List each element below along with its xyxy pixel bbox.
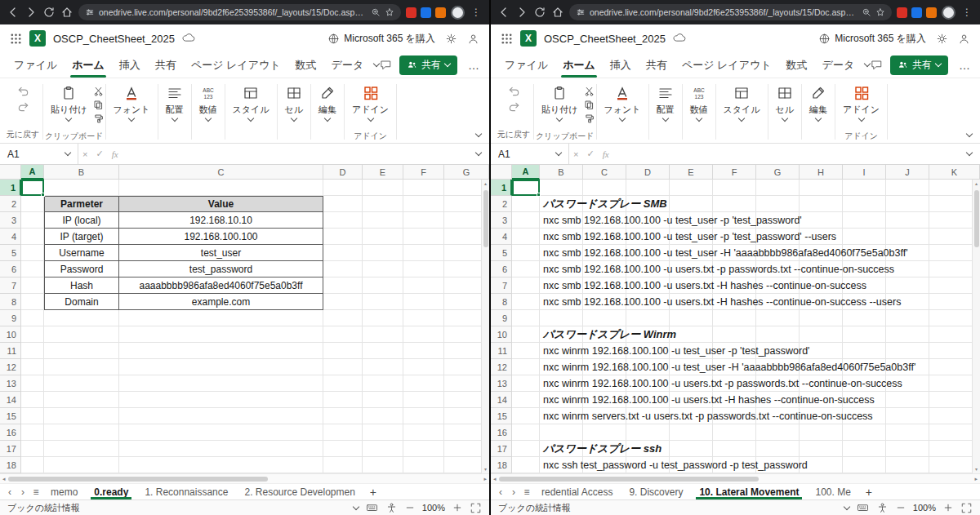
- cell-F10[interactable]: [713, 326, 756, 343]
- zoom-level[interactable]: 100%: [913, 503, 936, 513]
- formula-bar-expand-icon[interactable]: [475, 149, 482, 156]
- zoom-out-icon[interactable]: [896, 503, 906, 513]
- workbook-stats[interactable]: ブックの統計情報: [7, 502, 80, 514]
- buy-microsoft365-link[interactable]: Microsoft 365 を購入: [818, 32, 926, 46]
- cell-D4[interactable]: [323, 229, 363, 245]
- cell-E12[interactable]: [363, 359, 403, 375]
- extension-icon[interactable]: [926, 7, 937, 18]
- cell-B10[interactable]: [44, 326, 119, 343]
- profile-avatar[interactable]: [942, 6, 956, 20]
- cell-J14[interactable]: [886, 392, 929, 408]
- row-header-17[interactable]: 17: [0, 441, 21, 457]
- ribbon-button-セル[interactable]: セル: [770, 81, 800, 121]
- undo-icon[interactable]: [508, 85, 520, 97]
- cell-G2[interactable]: [756, 196, 800, 212]
- ribbon-button-フォント[interactable]: フォント: [599, 81, 647, 121]
- back-icon[interactable]: [7, 6, 20, 19]
- row-header-13[interactable]: 13: [491, 375, 512, 392]
- sheet-tab-9. Discovery[interactable]: 9. Discovery: [621, 484, 691, 499]
- cell-E15[interactable]: [363, 408, 403, 424]
- column-header-E[interactable]: E: [670, 165, 713, 180]
- cell-J18[interactable]: [886, 457, 929, 473]
- sheet-nav-left-icon[interactable]: ‹: [3, 486, 16, 498]
- scroll-down-icon[interactable]: ▾: [484, 465, 487, 473]
- cell-F16[interactable]: [403, 424, 444, 441]
- cancel-icon[interactable]: ×: [82, 149, 87, 159]
- cell-D10[interactable]: [323, 326, 363, 343]
- formula-bar-expand-icon[interactable]: [966, 149, 973, 156]
- cell-E16[interactable]: [670, 424, 713, 441]
- row-header-1[interactable]: 1: [491, 180, 512, 196]
- cell-F12[interactable]: [403, 359, 444, 375]
- workbook-title[interactable]: OSCP_CheetSheet_2025: [53, 33, 175, 45]
- cell-D12[interactable]: [323, 359, 363, 375]
- cell-J3[interactable]: [886, 212, 929, 229]
- ribbon-button-フォント[interactable]: フォント: [108, 81, 156, 121]
- cell-A7[interactable]: [512, 277, 540, 294]
- cell-I1[interactable]: [843, 180, 886, 196]
- row-header-6[interactable]: 6: [0, 261, 21, 277]
- cell-A13[interactable]: [512, 375, 540, 392]
- cell-A8[interactable]: [512, 294, 540, 310]
- settings-gear-icon[interactable]: [936, 33, 948, 45]
- cell-F9[interactable]: [713, 310, 756, 326]
- cell-E4[interactable]: [363, 229, 403, 245]
- accessibility-icon[interactable]: [876, 502, 889, 514]
- cell-J7[interactable]: [886, 277, 929, 294]
- fill-handle[interactable]: [41, 193, 45, 197]
- table-cell-B4[interactable]: IP (target): [44, 229, 119, 245]
- table-cell-B8[interactable]: Domain: [44, 294, 119, 310]
- extension-icon[interactable]: [421, 7, 431, 18]
- horizontal-scrollbar[interactable]: ◂▸: [491, 473, 980, 483]
- cell-I18[interactable]: [843, 457, 886, 473]
- cell-H2[interactable]: [800, 196, 843, 212]
- column-header-G[interactable]: G: [444, 165, 489, 180]
- add-sheet-button[interactable]: +: [363, 484, 383, 499]
- cell-A10[interactable]: [21, 326, 44, 343]
- ribbon-collapse-icon[interactable]: [966, 131, 973, 137]
- ribbon-tab-ページ レイアウト[interactable]: ページ レイアウト: [184, 52, 288, 78]
- table-cell-B7[interactable]: Hash: [44, 277, 119, 294]
- share-button[interactable]: 共有: [399, 55, 457, 75]
- cell-J10[interactable]: [886, 326, 929, 343]
- cell-D1[interactable]: [626, 180, 670, 196]
- column-header-K[interactable]: K: [929, 165, 980, 180]
- sheet-tab-10. Lateral Movement[interactable]: 10. Lateral Movement: [691, 484, 807, 499]
- row-header-9[interactable]: 9: [491, 310, 512, 326]
- cell-A8[interactable]: [21, 294, 44, 310]
- ribbon-button-スタイル[interactable]: スタイル: [718, 81, 766, 121]
- cell-E8[interactable]: [363, 294, 403, 310]
- section-heading[interactable]: パスワードスプレー ssh: [543, 441, 662, 457]
- horizontal-scrollbar[interactable]: ◂▸: [0, 473, 489, 483]
- row-header-5[interactable]: 5: [0, 245, 21, 261]
- ribbon-button-数値[interactable]: ABC123数値: [194, 81, 223, 121]
- cell-E2[interactable]: [670, 196, 713, 212]
- cell-B11[interactable]: [44, 343, 119, 359]
- command-line[interactable]: nxc smb 192.168.100.100 -u test_user -p …: [543, 229, 836, 245]
- cell-F18[interactable]: [403, 457, 444, 473]
- cell-F3[interactable]: [403, 212, 444, 229]
- formula-input[interactable]: [613, 144, 967, 164]
- table-cell-B5[interactable]: Username: [44, 245, 119, 261]
- row-header-14[interactable]: 14: [0, 392, 21, 408]
- status-chevron-icon[interactable]: [844, 503, 850, 509]
- cell-E14[interactable]: [363, 392, 403, 408]
- row-header-15[interactable]: 15: [0, 408, 21, 424]
- cell-D3[interactable]: [323, 212, 363, 229]
- cell-I4[interactable]: [843, 229, 886, 245]
- cell-I10[interactable]: [843, 326, 886, 343]
- zoom-level[interactable]: 100%: [422, 503, 445, 513]
- cell-E7[interactable]: [363, 277, 403, 294]
- cell-A5[interactable]: [512, 245, 540, 261]
- cell-F13[interactable]: [403, 375, 444, 392]
- row-header-12[interactable]: 12: [0, 359, 21, 375]
- cell-A13[interactable]: [21, 375, 44, 392]
- cell-F1[interactable]: [713, 180, 756, 196]
- share-button[interactable]: 共有: [890, 55, 948, 75]
- row-header-7[interactable]: 7: [491, 277, 512, 294]
- cell-A4[interactable]: [512, 229, 540, 245]
- page-zoom-icon[interactable]: [862, 7, 871, 17]
- cell-B14[interactable]: [44, 392, 119, 408]
- row-header-18[interactable]: 18: [0, 457, 21, 473]
- cell-D7[interactable]: [323, 277, 363, 294]
